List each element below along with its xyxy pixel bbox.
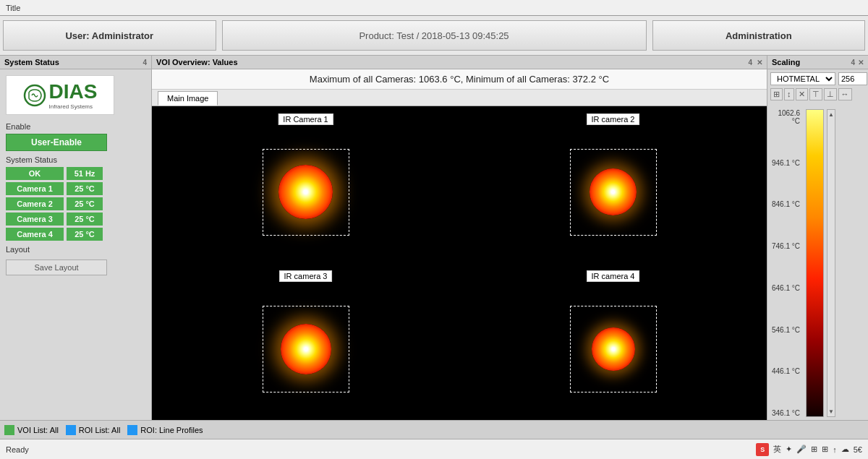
camera-box-3 (263, 306, 349, 392)
camera2-label: Camera 2 (6, 197, 64, 210)
tab-main-image[interactable]: Main Image (158, 91, 218, 106)
dias-logo-icon (23, 84, 46, 107)
taskbar-wifi: ⊞ (811, 445, 817, 454)
status-row-ok: OK 51 Hz (6, 167, 145, 180)
thermal-glow-4 (592, 327, 635, 371)
camera2-row: Camera 2 25 °C (6, 197, 145, 210)
scale-icon-5[interactable]: ⊥ (824, 88, 837, 100)
main-layout: System Status 4 DIAS Infrared Systems (0, 56, 868, 420)
taskbar-text: 英 (773, 444, 781, 455)
scale-icon-3[interactable]: ✕ (796, 88, 808, 100)
voi-pin[interactable]: 4 (748, 59, 752, 67)
dias-logo: DIAS Infrared Systems (6, 75, 114, 115)
sidebar-pin[interactable]: 4 (142, 59, 147, 67)
roi-list-icon (66, 425, 76, 435)
colorbar-scrollbar[interactable]: ▲ ▼ (827, 109, 835, 417)
camera-label-4: IR camera 4 (587, 270, 640, 282)
taskbar-cloud: ☁ (841, 445, 849, 454)
voi-list-btn[interactable]: VOI List: All (4, 425, 59, 435)
colorbar-label-4: 646.1 °C (770, 284, 800, 292)
ok-label: OK (6, 167, 64, 180)
thermal-glow-1 (278, 165, 333, 219)
save-layout-button[interactable]: Save Layout (6, 259, 107, 275)
admin-button[interactable]: Administration (652, 20, 866, 51)
camera-cell-1: IR Camera 1 (152, 106, 459, 263)
product-label: Product: Test / 2018-05-13 09:45:25 (222, 20, 647, 51)
user-button[interactable]: User: Administrator (3, 20, 216, 51)
scale-icon-4[interactable]: ⊤ (809, 88, 822, 100)
taskbar-s-icon: S (756, 443, 769, 456)
taskbar-grid: ⊞ (822, 445, 828, 454)
layout-label: Layout (6, 245, 145, 254)
camera4-value: 25 °C (67, 228, 103, 241)
scaling-header: Scaling 4 ✕ (767, 56, 868, 69)
colorbar-svg (806, 109, 824, 417)
tab-bar: Main Image (152, 90, 767, 106)
colorbar-label-3: 746.1 °C (770, 242, 800, 250)
status-footer: Ready S 英 ✦ 🎤 ⊞ ⊞ ↑ ☁ 5€ (0, 439, 868, 459)
camera-label-3: IR camera 3 (279, 270, 333, 282)
voi-header: VOI Overview: Values 4 ✕ (152, 56, 767, 69)
colorbar-label-0: 1062.6 °C (770, 109, 800, 125)
sidebar-content: DIAS Infrared Systems Enable User-Enable… (0, 69, 151, 420)
info-bar: Maximum of all Cameras: 1063.6 °C, Minim… (152, 69, 767, 90)
scale-icon-6[interactable]: ↔ (838, 88, 852, 100)
colorbar-label-6: 446.1 °C (770, 367, 800, 375)
roi-profiles-icon (127, 425, 137, 435)
colormap-select[interactable]: HOTMETAL (770, 72, 835, 85)
thermal-glow-2 (590, 168, 637, 215)
colorbar-label-5: 546.1 °C (770, 326, 800, 334)
camera1-row: Camera 1 25 °C (6, 182, 145, 195)
camera-label-2: IR camera 2 (587, 113, 640, 125)
roi-profiles-btn[interactable]: ROI: Line Profiles (127, 425, 203, 435)
colorbar-label-7: 346.1 °C (770, 409, 800, 417)
roi-list-label: ROI List: All (79, 426, 120, 434)
camera4-row: Camera 4 25 °C (6, 228, 145, 241)
colorbar-labels: 1062.6 °C 946.1 °C 846.1 °C 746.1 °C 646… (770, 109, 803, 417)
thermal-glow-3 (281, 324, 331, 374)
scaling-select-row: HOTMETAL (770, 72, 865, 85)
voi-header-label: VOI Overview: Values (156, 58, 238, 67)
colorbar-label-2: 846.1 °C (770, 200, 800, 208)
camera2-value: 25 °C (67, 197, 103, 210)
scaling-icons: ⊞ ↕ ✕ ⊤ ⊥ ↔ (770, 88, 865, 100)
main-content: VOI Overview: Values 4 ✕ Maximum of all … (152, 56, 767, 420)
title-bar: Title (0, 0, 868, 16)
scale-icon-2[interactable]: ↕ (784, 88, 794, 100)
camera-grid: IR Camera 1 IR camera 2 IR camera 3 (152, 106, 767, 420)
camera-cell-3: IR camera 3 (152, 263, 459, 420)
title-label: Title (6, 4, 20, 12)
voi-close[interactable]: ✕ (757, 59, 762, 67)
camera-cell-2: IR camera 2 (459, 106, 767, 263)
scale-icon-1[interactable]: ⊞ (770, 88, 783, 100)
scroll-down-arrow[interactable]: ▼ (828, 408, 834, 415)
sidebar: System Status 4 DIAS Infrared Systems (0, 56, 152, 420)
sidebar-header-label: System Status (4, 58, 59, 67)
camera1-label: Camera 1 (6, 182, 64, 195)
scaling-close[interactable]: ✕ (858, 59, 864, 67)
scaling-value-input[interactable] (838, 72, 867, 85)
ok-value: 51 Hz (67, 167, 103, 180)
scaling-controls: HOTMETAL ⊞ ↕ ✕ ⊤ ⊥ ↔ (767, 69, 868, 106)
dias-sub: Infrared Systems (49, 103, 98, 110)
scaling-pin[interactable]: 4 (851, 59, 855, 67)
camera4-label: Camera 4 (6, 228, 64, 241)
roi-list-btn[interactable]: ROI List: All (66, 425, 120, 435)
roi-profiles-label: ROI: Line Profiles (140, 426, 203, 434)
colorbar-label-1: 946.1 °C (770, 159, 800, 167)
camera3-label: Camera 3 (6, 213, 64, 226)
voi-list-icon (4, 425, 14, 435)
camera3-row: Camera 3 25 °C (6, 213, 145, 226)
taskbar-up: ↑ (833, 445, 837, 454)
camera-box-2 (570, 149, 657, 236)
colorbar-container: 1062.6 °C 946.1 °C 846.1 °C 746.1 °C 646… (767, 106, 868, 420)
sidebar-header: System Status 4 (0, 56, 151, 69)
enable-label: Enable (6, 122, 145, 131)
voi-list-label: VOI List: All (17, 426, 59, 434)
camera-cell-4: IR camera 4 (459, 263, 767, 420)
top-toolbar: User: Administrator Product: Test / 2018… (0, 16, 868, 56)
scroll-up-arrow[interactable]: ▲ (828, 111, 834, 118)
user-enable-button[interactable]: User-Enable (6, 134, 107, 151)
status-right: S 英 ✦ 🎤 ⊞ ⊞ ↑ ☁ 5€ (756, 443, 862, 456)
camera3-value: 25 °C (67, 213, 103, 226)
